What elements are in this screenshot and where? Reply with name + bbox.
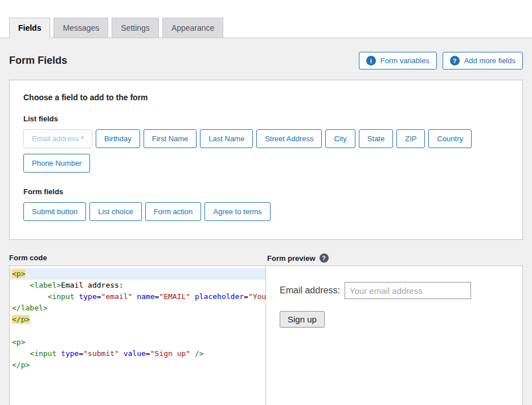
field-button-agree-to-terms[interactable]: Agree to terms	[204, 202, 270, 221]
tab-settings[interactable]: Settings	[112, 18, 159, 38]
field-button-country[interactable]: Country	[428, 129, 472, 148]
form-code-label: Form code	[9, 253, 265, 263]
code-line: <input type="submit" value="Sign up" />	[10, 348, 265, 359]
code-line: </p>	[10, 359, 265, 371]
field-button-label: Phone Number	[32, 159, 81, 167]
preview-signup-button[interactable]: Sign up	[280, 311, 325, 328]
form-preview-label-row: Form preview ?	[265, 253, 523, 263]
field-button-label: First Name	[152, 134, 189, 143]
form-preview-label: Form preview	[267, 254, 316, 263]
field-button-city[interactable]: City	[325, 129, 355, 148]
form-preview-panel: Email address: Sign up	[265, 266, 522, 405]
field-button-label: Country	[437, 134, 463, 143]
tab-bar: FieldsMessagesSettingsAppearance	[0, 0, 532, 38]
page-header: Form Fields i Form variables ? Add more …	[9, 52, 523, 69]
code-line: <p>	[10, 268, 265, 280]
header-buttons: i Form variables ? Add more fields	[353, 52, 523, 69]
code-line: <input type="email" name="EMAIL" placeho…	[10, 291, 265, 302]
field-button-label: ZIP	[405, 134, 416, 143]
field-chooser-panel: Choose a field to add to the form List f…	[9, 80, 523, 240]
field-button-street-address[interactable]: Street Address	[256, 129, 322, 148]
field-button-first-name[interactable]: First Name	[144, 129, 197, 148]
preview-email-input[interactable]	[345, 282, 471, 299]
list-fields-row: Email address *BirthdayFirst NameLast Na…	[23, 129, 509, 178]
field-button-birthday[interactable]: Birthday	[96, 129, 140, 148]
required-asterisk: *	[79, 134, 84, 143]
code-line: <label>Email address:	[10, 280, 265, 291]
page-title: Form Fields	[9, 55, 67, 67]
field-button-label: State	[367, 134, 384, 143]
preview-help-icon[interactable]: ?	[320, 253, 329, 263]
form-variables-button[interactable]: i Form variables	[359, 52, 437, 69]
form-fields-row: Submit buttonList choiceForm actionAgree…	[23, 202, 509, 227]
field-button-label: Form action	[154, 207, 193, 216]
field-button-submit-button[interactable]: Submit button	[23, 202, 86, 221]
add-more-fields-button-label: Add more fields	[464, 56, 515, 65]
form-fields-label: Form fields	[23, 187, 509, 196]
code-line: </p>	[10, 314, 265, 325]
tab-messages[interactable]: Messages	[54, 18, 108, 38]
field-button-label: Last Name	[208, 134, 244, 143]
field-button-email-address[interactable]: Email address *	[23, 129, 92, 148]
form-fields-page: Form Fields i Form variables ? Add more …	[0, 52, 532, 405]
field-button-list-choice[interactable]: List choice	[89, 202, 141, 221]
tab-fields[interactable]: Fields	[9, 18, 50, 38]
code-and-preview-section: Form code Form preview ? <p> <label>Emai…	[9, 253, 523, 405]
field-chooser-title: Choose a field to add to the form	[23, 93, 509, 102]
field-button-label: City	[334, 134, 346, 143]
help-icon: ?	[450, 56, 460, 66]
field-button-phone-number[interactable]: Phone Number	[23, 154, 90, 173]
form-variables-button-label: Form variables	[380, 56, 429, 65]
field-button-state[interactable]: State	[359, 129, 393, 148]
list-fields-label: List fields	[23, 114, 509, 123]
form-code-editor[interactable]: <p> <label>Email address: <input type="e…	[10, 266, 265, 405]
field-button-label: Street Address	[265, 134, 313, 143]
field-button-label: Birthday	[104, 134, 132, 143]
code-line: <p>	[10, 337, 265, 348]
field-button-last-name[interactable]: Last Name	[200, 129, 253, 148]
preview-email-label: Email address:	[280, 285, 340, 296]
add-more-fields-button[interactable]: ? Add more fields	[443, 52, 523, 69]
field-button-label: List choice	[98, 207, 133, 216]
field-button-label: Submit button	[32, 207, 77, 216]
field-button-label: Email address	[32, 134, 79, 143]
info-icon: i	[366, 56, 376, 66]
tab-appearance[interactable]: Appearance	[162, 18, 224, 38]
field-button-label: Agree to terms	[213, 207, 261, 216]
code-line	[10, 325, 265, 337]
field-button-form-action[interactable]: Form action	[145, 202, 202, 221]
code-line: </label>	[10, 302, 265, 314]
field-button-zip[interactable]: ZIP	[396, 129, 425, 148]
